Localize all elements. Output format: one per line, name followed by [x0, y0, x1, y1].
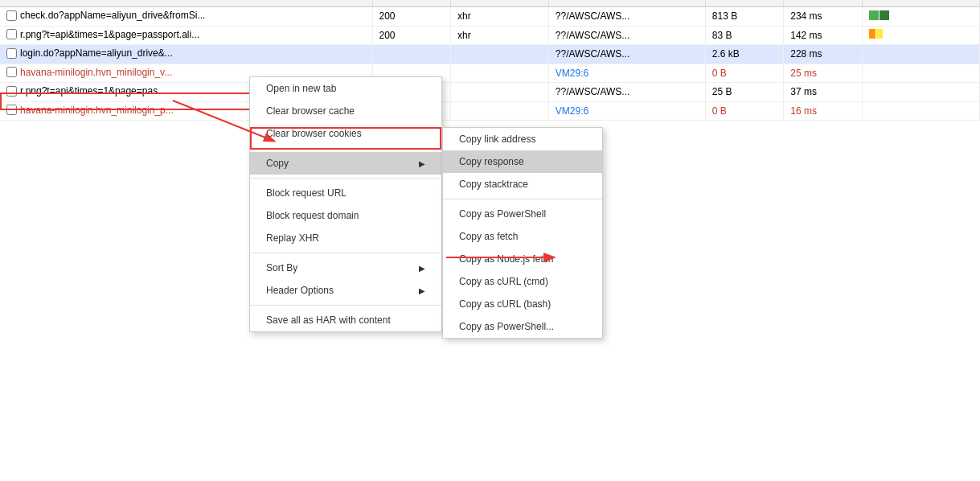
menu-separator: [250, 178, 441, 179]
cell-type: [450, 83, 548, 102]
menu-separator: [250, 305, 441, 306]
header-initiator[interactable]: [548, 0, 705, 7]
submenu-item[interactable]: Copy response: [443, 150, 602, 173]
table-row[interactable]: havana-minilogin.hvn_minilogin_v...VM29:…: [0, 64, 980, 83]
menu-item-label: Save all as HAR with content: [266, 314, 391, 326]
submenu-item[interactable]: Copy as cURL (bash): [443, 293, 602, 315]
context-menu-item[interactable]: Header Options▶: [250, 279, 441, 302]
cell-initiator: ??/AWSC/AWS...: [548, 7, 705, 27]
cell-time: 234 ms: [784, 7, 862, 27]
submenu-item[interactable]: Copy as PowerShell: [443, 203, 602, 225]
network-table: check.do?appName=aliyun_drive&fromSi...2…: [0, 0, 980, 121]
menu-item-label: Header Options: [266, 285, 334, 296]
cell-initiator: ??/AWSC/AWS...: [548, 45, 705, 64]
submenu-separator: [443, 199, 602, 199]
context-menu-item[interactable]: Save all as HAR with content: [250, 309, 441, 331]
submenu-arrow-icon: ▶: [419, 286, 425, 295]
cell-waterfall: [862, 83, 979, 102]
menu-item-label: Clear browser cache: [266, 105, 355, 117]
cell-waterfall: [862, 64, 979, 83]
cell-time: 228 ms: [784, 45, 862, 64]
submenu-arrow-icon: ▶: [419, 159, 425, 168]
header-waterfall[interactable]: [862, 0, 979, 7]
cell-name: login.do?appName=aliyun_drive&...: [0, 45, 372, 64]
cell-size: 83 B: [705, 26, 783, 45]
context-menu-item[interactable]: Copy▶: [250, 152, 441, 175]
header-type[interactable]: [450, 0, 548, 7]
row-checkbox[interactable]: [6, 86, 17, 97]
cell-name: check.do?appName=aliyun_drive&fromSi...: [0, 7, 372, 27]
submenu-item[interactable]: Copy link address: [443, 128, 602, 150]
row-checkbox[interactable]: [6, 29, 17, 39]
context-menu-item[interactable]: Clear browser cache: [250, 100, 441, 122]
row-checkbox[interactable]: [6, 67, 17, 77]
table-row[interactable]: r.png?t=api&times=1&page=passport.ali...…: [0, 26, 980, 45]
menu-item-label: Copy: [266, 158, 289, 169]
cell-initiator: ??/AWSC/AWS...: [548, 26, 705, 45]
submenu-item[interactable]: Copy as Node.js fetch: [443, 248, 602, 270]
cell-status: 200: [372, 7, 450, 27]
cell-initiator: VM29:6: [548, 64, 705, 83]
cell-waterfall: [862, 26, 979, 45]
header-name[interactable]: [0, 0, 372, 7]
cell-waterfall: [862, 101, 979, 121]
cell-type: [450, 45, 548, 64]
context-menu-item[interactable]: Block request URL: [250, 182, 441, 204]
menu-item-label: Clear browser cookies: [266, 128, 362, 139]
table-row[interactable]: r.png?t=api&times=1&page=pas...??/AWSC/A…: [0, 83, 980, 102]
header-status[interactable]: [372, 0, 450, 7]
cell-waterfall: [862, 7, 979, 27]
cell-initiator: VM29:6: [548, 101, 705, 121]
submenu-copy: Copy link addressCopy responseCopy stack…: [442, 127, 603, 339]
cell-type: [450, 64, 548, 83]
table-row[interactable]: login.do?appName=aliyun_drive&...??/AWSC…: [0, 45, 980, 64]
menu-separator: [250, 253, 441, 253]
menu-item-label: Sort By: [266, 262, 297, 273]
context-menu-item[interactable]: Sort By▶: [250, 257, 441, 279]
cell-name: r.png?t=api&times=1&page=passport.ali...: [0, 26, 372, 45]
cell-size: 813 B: [705, 7, 783, 27]
submenu-item[interactable]: Copy stacktrace: [443, 173, 602, 195]
context-menu: Open in new tabClear browser cacheClear …: [249, 76, 442, 332]
submenu-arrow-icon: ▶: [419, 264, 425, 273]
submenu-item[interactable]: Copy as fetch: [443, 225, 602, 248]
menu-item-label: Block request domain: [266, 210, 359, 221]
menu-item-label: Block request URL: [266, 187, 346, 199]
context-menu-item[interactable]: Replay XHR: [250, 227, 441, 249]
cell-time: 25 ms: [784, 64, 862, 83]
cell-type: xhr: [450, 7, 548, 27]
header-size[interactable]: [705, 0, 783, 7]
cell-time: 142 ms: [784, 26, 862, 45]
menu-separator: [250, 148, 441, 149]
cell-size: 0 B: [705, 64, 783, 83]
context-menu-item[interactable]: Block request domain: [250, 204, 441, 227]
cell-type: xhr: [450, 26, 548, 45]
menu-item-label: Replay XHR: [266, 232, 319, 244]
cell-size: 0 B: [705, 101, 783, 121]
table-row[interactable]: havana-minilogin.hvn_minilogin_p...VM29:…: [0, 101, 980, 121]
cell-status: [372, 45, 450, 64]
row-checkbox[interactable]: [6, 105, 17, 115]
cell-initiator: ??/AWSC/AWS...: [548, 83, 705, 102]
submenu-item[interactable]: Copy as PowerShell...: [443, 315, 602, 338]
cell-waterfall: [862, 45, 979, 64]
row-checkbox[interactable]: [6, 48, 17, 59]
cell-status: 200: [372, 26, 450, 45]
row-checkbox[interactable]: [6, 10, 17, 21]
context-menu-item[interactable]: Clear browser cookies: [250, 122, 441, 145]
cell-time: 16 ms: [784, 101, 862, 121]
header-time[interactable]: [784, 0, 862, 7]
cell-time: 37 ms: [784, 83, 862, 102]
context-menu-item[interactable]: Open in new tab: [250, 77, 441, 100]
cell-type: [450, 101, 548, 121]
submenu-item[interactable]: Copy as cURL (cmd): [443, 270, 602, 293]
menu-item-label: Open in new tab: [266, 83, 336, 94]
table-row[interactable]: check.do?appName=aliyun_drive&fromSi...2…: [0, 7, 980, 27]
cell-size: 2.6 kB: [705, 45, 783, 64]
cell-size: 25 B: [705, 83, 783, 102]
